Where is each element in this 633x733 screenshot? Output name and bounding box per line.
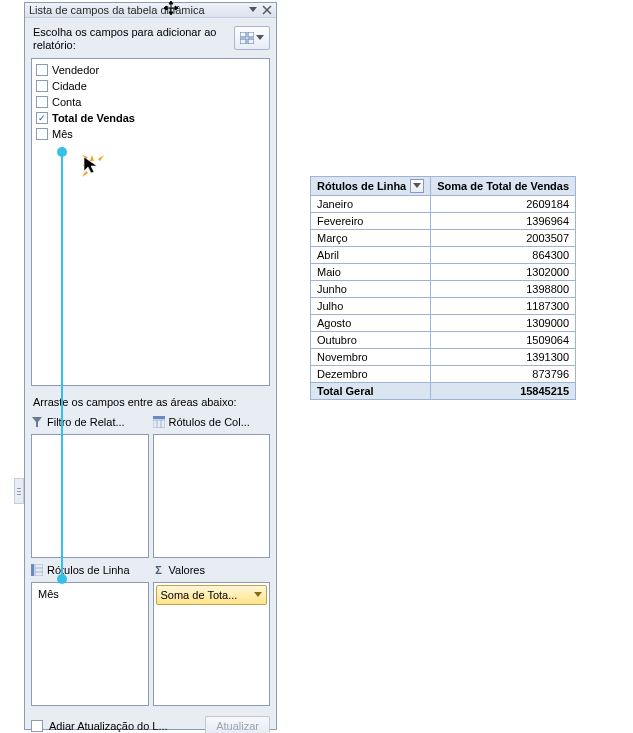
svg-rect-10 xyxy=(248,32,254,37)
row-label[interactable]: Abril xyxy=(311,247,431,264)
svg-marker-31 xyxy=(413,183,421,188)
row-value[interactable]: 2003507 xyxy=(431,230,576,247)
filter-area-header: Filtro de Relat... xyxy=(31,414,149,430)
chevron-down-icon xyxy=(413,183,421,189)
svg-rect-11 xyxy=(240,39,246,44)
panel-footer: Adiar Atualização do L... Atualizar xyxy=(31,710,270,733)
chevron-down-icon xyxy=(254,592,262,598)
table-row: Março2003507 xyxy=(311,230,576,247)
field-label: Conta xyxy=(52,96,81,108)
panel-menu-dropdown[interactable] xyxy=(248,3,258,17)
row-value[interactable]: 1396964 xyxy=(431,213,576,230)
values-area-header: Σ Valores xyxy=(153,562,271,578)
field-checkbox[interactable] xyxy=(36,112,48,124)
pivot-row-header-label: Rótulos de Linha xyxy=(317,180,406,192)
field-item-conta[interactable]: Conta xyxy=(34,94,267,110)
row-label[interactable]: Junho xyxy=(311,281,431,298)
table-row: Julho1187300 xyxy=(311,298,576,315)
row-value[interactable]: 2609184 xyxy=(431,196,576,213)
row-label[interactable]: Janeiro xyxy=(311,196,431,213)
field-checkbox[interactable] xyxy=(36,80,48,92)
row-label[interactable]: Dezembro xyxy=(311,366,431,383)
drop-areas: Filtro de Relat... Rótulos de Col... Ró xyxy=(31,414,270,706)
row-value[interactable]: 1398800 xyxy=(431,281,576,298)
update-button[interactable]: Atualizar xyxy=(205,716,270,733)
table-row: Novembro1391300 xyxy=(311,349,576,366)
columns-drop-area[interactable] xyxy=(153,434,271,558)
row-value[interactable]: 873796 xyxy=(431,366,576,383)
panel-body: Escolha os campos para adicionar ao rela… xyxy=(25,18,276,733)
layout-icon xyxy=(240,32,254,44)
filter-area-label: Filtro de Relat... xyxy=(47,416,125,428)
svg-marker-23 xyxy=(254,592,262,597)
svg-rect-16 xyxy=(153,420,165,428)
svg-rect-20 xyxy=(35,564,43,576)
columns-area-header: Rótulos de Col... xyxy=(153,414,271,430)
svg-rect-12 xyxy=(248,39,254,44)
field-label: Mês xyxy=(52,128,73,140)
row-label[interactable]: Maio xyxy=(311,264,431,281)
field-checkbox[interactable] xyxy=(36,96,48,108)
drag-areas-label: Arraste os campos entre as áreas abaixo: xyxy=(33,396,270,408)
svg-marker-13 xyxy=(256,35,264,40)
rows-area-header: Rótulos de Linha xyxy=(31,562,149,578)
row-label[interactable]: Novembro xyxy=(311,349,431,366)
row-label[interactable]: Outubro xyxy=(311,332,431,349)
field-label: Total de Vendas xyxy=(52,112,135,124)
pivot-table: Rótulos de Linha Soma de Total de Vendas… xyxy=(310,176,576,400)
total-value[interactable]: 15845215 xyxy=(431,383,576,400)
row-value[interactable]: 1391300 xyxy=(431,349,576,366)
defer-update-label: Adiar Atualização do L... xyxy=(49,720,199,732)
table-row: Abril864300 xyxy=(311,247,576,264)
row-value[interactable]: 1187300 xyxy=(431,298,576,315)
row-filter-dropdown[interactable] xyxy=(410,179,424,193)
field-item-cidade[interactable]: Cidade xyxy=(34,78,267,94)
row-value[interactable]: 1509064 xyxy=(431,332,576,349)
panel-title: Lista de campos da tabela dinâmica xyxy=(29,4,248,16)
total-row: Total Geral15845215 xyxy=(311,383,576,400)
table-row: Agosto1309000 xyxy=(311,315,576,332)
values-drop-area[interactable]: Soma de Tota... xyxy=(153,582,271,706)
pane-grip[interactable] xyxy=(14,478,24,504)
svg-rect-9 xyxy=(240,32,246,37)
field-item-total-de-vendas[interactable]: Total de Vendas xyxy=(34,110,267,126)
svg-marker-14 xyxy=(32,417,42,427)
row-label[interactable]: Fevereiro xyxy=(311,213,431,230)
field-checkbox[interactable] xyxy=(36,64,48,76)
sigma-icon: Σ xyxy=(153,564,165,576)
values-chip[interactable]: Soma de Tota... xyxy=(156,585,268,605)
defer-update-checkbox[interactable] xyxy=(31,720,43,732)
filter-drop-area[interactable] xyxy=(31,434,149,558)
columns-area-label: Rótulos de Col... xyxy=(169,416,250,428)
svg-rect-19 xyxy=(31,564,34,576)
pivot-row-header[interactable]: Rótulos de Linha xyxy=(311,177,431,196)
field-label: Vendedor xyxy=(52,64,99,76)
row-value[interactable]: 1309000 xyxy=(431,315,576,332)
close-icon[interactable] xyxy=(260,3,274,17)
svg-marker-0 xyxy=(249,7,257,12)
rows-area-label: Rótulos de Linha xyxy=(47,564,130,576)
svg-rect-15 xyxy=(153,416,165,419)
rows-icon xyxy=(31,564,43,576)
values-chip-label: Soma de Tota... xyxy=(161,589,238,601)
total-label[interactable]: Total Geral xyxy=(311,383,431,400)
field-list-panel: Lista de campos da tabela dinâmica Escol… xyxy=(24,2,277,730)
row-value[interactable]: 864300 xyxy=(431,247,576,264)
table-row: Janeiro2609184 xyxy=(311,196,576,213)
rows-chip[interactable]: Mês xyxy=(34,585,146,603)
panel-titlebar[interactable]: Lista de campos da tabela dinâmica xyxy=(25,3,276,18)
available-fields-list[interactable]: VendedorCidadeContaTotal de VendasMês xyxy=(31,58,270,386)
field-item-vendedor[interactable]: Vendedor xyxy=(34,62,267,78)
rows-drop-area[interactable]: Mês xyxy=(31,582,149,706)
choose-fields-label: Escolha os campos para adicionar ao rela… xyxy=(33,26,230,52)
field-checkbox[interactable] xyxy=(36,128,48,140)
field-label: Cidade xyxy=(52,80,87,92)
row-label[interactable]: Agosto xyxy=(311,315,431,332)
table-row: Dezembro873796 xyxy=(311,366,576,383)
funnel-icon xyxy=(31,416,43,428)
field-item-mês[interactable]: Mês xyxy=(34,126,267,142)
row-value[interactable]: 1302000 xyxy=(431,264,576,281)
row-label[interactable]: Março xyxy=(311,230,431,247)
row-label[interactable]: Julho xyxy=(311,298,431,315)
layout-options-button[interactable] xyxy=(234,26,270,50)
